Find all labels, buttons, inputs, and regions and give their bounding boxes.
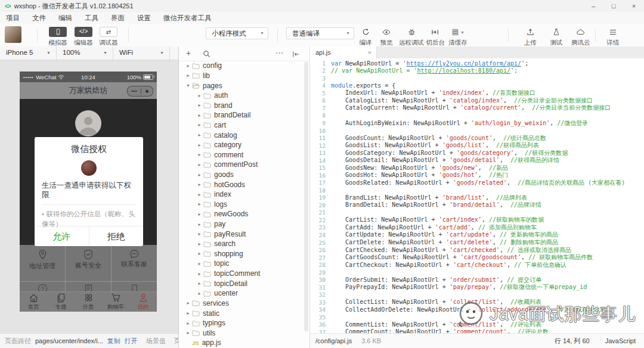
tree-item-typings[interactable]: ▸typings bbox=[179, 318, 309, 328]
tree-item-pay[interactable]: ▸pay bbox=[179, 219, 309, 229]
chevron-right-icon: ▸ bbox=[196, 122, 203, 128]
tree-item-config[interactable]: ▸config bbox=[179, 61, 309, 71]
menu-item-4[interactable]: 工具 bbox=[85, 14, 98, 23]
close-button[interactable]: × bbox=[624, 0, 644, 12]
menu-item-5[interactable]: 界面 bbox=[111, 14, 125, 23]
copy-path-link[interactable]: 复制 bbox=[107, 337, 120, 346]
add-file-button[interactable]: + bbox=[186, 46, 191, 60]
menu-item-6[interactable]: 设置 bbox=[137, 14, 151, 23]
language-mode[interactable]: JavaScript bbox=[605, 337, 636, 344]
详情-button[interactable]: 详情 bbox=[600, 27, 626, 47]
tree-item-hotGoods[interactable]: ▸hotGoods bbox=[179, 179, 309, 189]
network-select[interactable]: WiFi ▼ bbox=[113, 46, 170, 60]
chevron-down-icon: ▼ bbox=[346, 28, 350, 39]
编辑器-toggle-button[interactable]: </>编辑器 bbox=[70, 27, 97, 47]
mode-select[interactable]: 小程序模式 ▼ bbox=[206, 27, 268, 39]
tree-item-logs[interactable]: ▸logs bbox=[179, 200, 309, 210]
wechat-auth-dialog: 微信授权 生活一查通申请获得以下权限 • 获得你的公开信息（昵称、头像等） 允许… bbox=[35, 137, 143, 246]
tree-item-newGoods[interactable]: ▸newGoods bbox=[179, 209, 309, 219]
menu-item-3[interactable]: 编辑 bbox=[58, 14, 72, 23]
deny-button[interactable]: 拒绝 bbox=[89, 226, 144, 246]
code-line-17: 17 GoodsRelated: NewApiRootUrl + 'goods/… bbox=[310, 179, 644, 187]
tree-item-auth[interactable]: ▸auth bbox=[179, 91, 309, 101]
more-options-icon[interactable]: ⋯ bbox=[275, 46, 283, 60]
tree-item-app.js[interactable]: JSapp.js bbox=[179, 338, 309, 348]
maximize-button[interactable]: □ bbox=[603, 0, 624, 12]
open-path-link[interactable]: 打开 bbox=[125, 337, 138, 346]
tree-item-commentPost[interactable]: ▸commentPost bbox=[179, 160, 309, 170]
tab-api-js[interactable]: api.js × bbox=[310, 46, 377, 58]
tabbar-label: 购物车 bbox=[102, 303, 129, 311]
ucenter-item-联系客服[interactable]: 联系客服 bbox=[112, 245, 157, 281]
folder-icon bbox=[203, 260, 211, 267]
close-tab-icon[interactable]: × bbox=[368, 46, 371, 58]
dialog-title: 微信授权 bbox=[35, 144, 143, 155]
menu-item-1[interactable]: 项目 bbox=[6, 14, 20, 23]
menu-item-7[interactable]: 微信开发者工具 bbox=[163, 14, 212, 23]
tree-item-category[interactable]: ▸category bbox=[179, 140, 309, 150]
tabbar-item-分类[interactable]: 分类 bbox=[75, 292, 102, 312]
wechat-capsule-menu[interactable]: ••• ◉ bbox=[127, 86, 153, 97]
tree-item-topicDetail[interactable]: ▸topicDetail bbox=[179, 278, 309, 288]
tree-item-lib[interactable]: ▸lib bbox=[179, 71, 309, 81]
tree-item-comment[interactable]: ▸comment bbox=[179, 150, 309, 160]
tree-item-ucenter[interactable]: ▸ucenter bbox=[179, 288, 309, 299]
user-avatar[interactable] bbox=[5, 26, 21, 43]
tree-item-search[interactable]: ▸search bbox=[179, 239, 309, 249]
menu-item-2[interactable]: 文件 bbox=[32, 14, 46, 23]
scene-value-label[interactable]: 场景值 bbox=[146, 337, 166, 346]
allow-button[interactable]: 允许 bbox=[35, 226, 89, 246]
tree-item-cart[interactable]: ▸cart bbox=[179, 120, 309, 130]
code-editor[interactable]: 1var NewApiRootUrl = 'https://fly2you.cn… bbox=[310, 58, 644, 334]
folder-icon bbox=[203, 280, 211, 287]
chevron-right-icon: ▸ bbox=[196, 212, 203, 217]
tree-scrollbar[interactable] bbox=[304, 62, 308, 331]
tabbar-item-专题[interactable]: 专题 bbox=[47, 292, 75, 312]
清缓存-button[interactable]: ▼清缓存 bbox=[445, 27, 471, 47]
collapse-tree-icon[interactable] bbox=[292, 49, 300, 58]
测试-button[interactable]: 测试 bbox=[543, 27, 569, 47]
code-text: AuthLoginByWeixin: NewApiRootUrl + 'auth… bbox=[331, 119, 588, 128]
search-icon[interactable] bbox=[203, 49, 210, 58]
folder-icon bbox=[203, 161, 211, 168]
page-params-label[interactable]: 页面参数 bbox=[174, 337, 178, 346]
phone-screen: ••••• WeChat 10:24 100% 万家烘焙坊 ••• ◉ bbox=[20, 72, 157, 312]
模拟器-toggle-button[interactable]: 模拟器 bbox=[45, 27, 71, 47]
editor-panel: api.js × 1var NewApiRootUrl = 'https://f… bbox=[310, 46, 644, 348]
tree-item-pages[interactable]: ▾pages bbox=[179, 80, 309, 91]
minimize-button[interactable]: – bbox=[583, 0, 603, 12]
tree-item-services[interactable]: ▸services bbox=[179, 299, 309, 309]
tree-item-payResult[interactable]: ▸payResult bbox=[179, 229, 309, 239]
tree-item-label: category bbox=[214, 141, 242, 149]
folder-icon bbox=[192, 330, 200, 336]
code-line-36: 36 CommentList: NewApiRootUrl + 'comment… bbox=[310, 321, 644, 329]
tree-item-brand[interactable]: ▸brand bbox=[179, 100, 309, 110]
tree-item-goods[interactable]: ▸goods bbox=[179, 170, 309, 180]
zoom-select[interactable]: 100% ▼ bbox=[57, 46, 113, 60]
device-select[interactable]: iPhone 5 ▼ bbox=[0, 46, 57, 60]
tree-item-topicComment[interactable]: ▸topicComment bbox=[179, 269, 309, 279]
ucenter-item-账号安全[interactable]: 账号安全 bbox=[66, 245, 112, 281]
compile-mode-select[interactable]: 普通编译 ▼ bbox=[286, 27, 354, 39]
code-line-5: 5 IndexUrl: NewApiRootUrl + 'index/index… bbox=[310, 89, 644, 97]
tabbar-item-我的[interactable]: 我的 bbox=[129, 292, 157, 312]
ucenter-menu-grid: 地址管理账号安全联系客服 bbox=[20, 245, 157, 282]
ucenter-item-地址管理[interactable]: 地址管理 bbox=[20, 245, 66, 281]
tree-item-static[interactable]: ▸static bbox=[179, 308, 309, 318]
tree-item-shopping[interactable]: ▸shopping bbox=[179, 249, 309, 259]
调试器-toggle-button[interactable]: ⇄调试器 bbox=[95, 27, 122, 47]
chevron-down-icon: ▾ bbox=[185, 83, 191, 88]
上传-button[interactable]: 上传 bbox=[517, 27, 543, 47]
tree-item-brandDetail[interactable]: ▸brandDetail bbox=[179, 110, 309, 120]
腾讯云-button[interactable]: 腾讯云 bbox=[566, 27, 595, 47]
tree-item-utils[interactable]: ▸utils bbox=[179, 328, 309, 338]
tabbar-item-购物车[interactable]: 购物车 bbox=[102, 292, 129, 312]
code-line-32: 32 bbox=[310, 291, 644, 299]
tree-item-catalog[interactable]: ▸catalog bbox=[179, 130, 309, 140]
tree-item-topic[interactable]: ▸topic bbox=[179, 259, 309, 269]
tree-item-index[interactable]: ▸index bbox=[179, 189, 309, 200]
toolbar-divider bbox=[128, 29, 129, 42]
tabbar-item-首页[interactable]: 首页 bbox=[20, 292, 47, 312]
permission-request-text: 生活一查通申请获得以下权限 bbox=[42, 181, 136, 200]
tree-item-label: comment bbox=[214, 151, 243, 159]
